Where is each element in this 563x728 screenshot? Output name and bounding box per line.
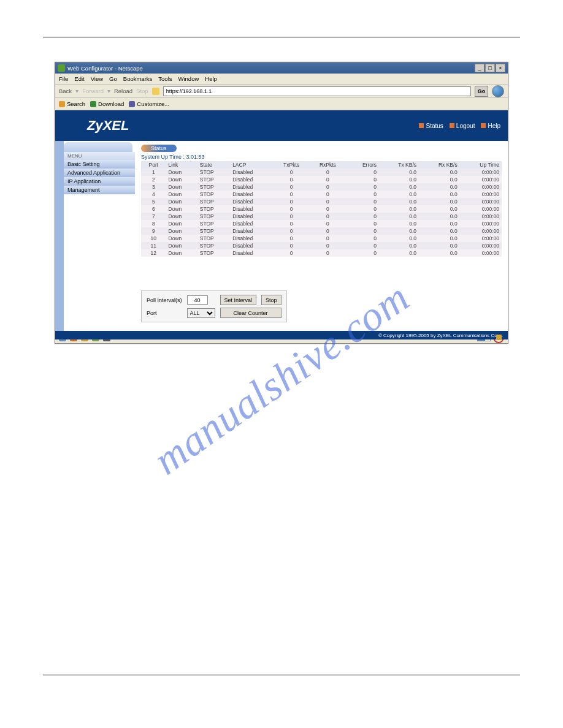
cell: 0:00:00 <box>460 198 502 205</box>
cell: STOP <box>197 213 230 220</box>
cell: STOP <box>197 176 230 183</box>
search-link[interactable]: Search <box>59 100 85 107</box>
cell: 0 <box>346 191 379 198</box>
cell: 0 <box>274 249 310 257</box>
cell: 0 <box>309 242 346 249</box>
cell: 0 <box>309 176 346 183</box>
set-interval-button[interactable]: Set Interval <box>220 295 257 305</box>
poll-controls: Poll Interval(s) Set Interval Stop Port … <box>141 290 287 322</box>
customize-link[interactable]: Customize... <box>129 100 169 107</box>
menu-bookmarks[interactable]: Bookmarks <box>123 75 153 82</box>
cell: Disabled <box>230 249 274 257</box>
cell: 2 <box>141 176 166 183</box>
page-bottom-rule <box>43 675 520 675</box>
personal-toolbar: Search Download Customize... <box>55 98 508 110</box>
cell: 0 <box>346 227 379 235</box>
search-icon <box>59 101 65 107</box>
cell: Disabled <box>230 220 274 227</box>
cell: 0 <box>274 220 310 227</box>
go-button[interactable]: Go <box>475 86 488 97</box>
cell: Down <box>166 169 197 176</box>
cell: 0 <box>346 242 379 249</box>
menu-view[interactable]: View <box>91 75 103 82</box>
menu-file[interactable]: File <box>59 75 68 82</box>
sidebar-item-management[interactable]: Management <box>64 186 135 194</box>
table-row[interactable]: 5DownSTOPDisabled0000.00.00:00:00 <box>141 198 502 205</box>
table-row[interactable]: 6DownSTOPDisabled0000.00.00:00:00 <box>141 205 502 213</box>
cell: 0 <box>346 183 379 191</box>
menu-tools[interactable]: Tools <box>158 75 172 82</box>
cell: 0 <box>309 220 346 227</box>
cell: Down <box>166 205 197 213</box>
cell: 0 <box>309 169 346 176</box>
sidebar-item-advanced-application[interactable]: Advanced Application <box>64 169 135 177</box>
status-link[interactable]: Status <box>419 123 443 129</box>
address-input[interactable]: https://192.168.1.1 <box>163 86 471 96</box>
table-row[interactable]: 3DownSTOPDisabled0000.00.00:00:00 <box>141 183 502 191</box>
table-row[interactable]: 11DownSTOPDisabled0000.00.00:00:00 <box>141 242 502 249</box>
maximize-button[interactable]: □ <box>485 64 495 72</box>
status-pill: Status <box>141 145 177 152</box>
clear-counter-button[interactable]: Clear Counter <box>220 308 282 318</box>
lock-icon <box>152 88 159 95</box>
help-link[interactable]: Help <box>481 123 500 129</box>
cell: 0 <box>274 169 310 176</box>
table-row[interactable]: 8DownSTOPDisabled0000.00.00:00:00 <box>141 220 502 227</box>
cell: 0.0 <box>419 242 460 249</box>
menu-help[interactable]: Help <box>205 75 217 82</box>
table-row[interactable]: 2DownSTOPDisabled0000.00.00:00:00 <box>141 176 502 183</box>
cell: 0.0 <box>379 242 419 249</box>
close-button[interactable]: × <box>496 64 505 72</box>
forward-button[interactable]: Forward <box>82 88 104 94</box>
cell: 0:00:00 <box>460 227 502 235</box>
sidebar-item-basic-setting[interactable]: Basic Setting <box>64 160 135 169</box>
port-status-table: PortLinkStateLACPTxPktsRxPktsErrorsTx KB… <box>141 161 502 257</box>
table-row[interactable]: 9DownSTOPDisabled0000.00.00:00:00 <box>141 227 502 235</box>
stop-poll-button[interactable]: Stop <box>261 295 282 305</box>
cell: Disabled <box>230 198 274 205</box>
cell: Disabled <box>230 235 274 242</box>
app-footer: © Copyright 1995-2005 by ZyXEL Communica… <box>55 331 508 339</box>
cell: 0.0 <box>419 235 460 242</box>
cell: 0:00:00 <box>460 235 502 242</box>
cell: 0 <box>274 213 310 220</box>
page-content: ZyXEL Status Logout Help MENU Basic Sett… <box>55 110 508 331</box>
poll-interval-input[interactable] <box>187 295 208 305</box>
menu-edit[interactable]: Edit <box>74 75 84 82</box>
cell: 0 <box>346 198 379 205</box>
cell: Disabled <box>230 213 274 220</box>
menu-window[interactable]: Window <box>178 75 199 82</box>
table-row[interactable]: 7DownSTOPDisabled0000.00.00:00:00 <box>141 213 502 220</box>
port-select-label: Port <box>147 310 182 316</box>
cell: Down <box>166 227 197 235</box>
cell: 0.0 <box>379 198 419 205</box>
table-row[interactable]: 12DownSTOPDisabled0000.00.00:00:00 <box>141 249 502 257</box>
col-header: TxPkts <box>274 161 310 169</box>
cell: 1 <box>141 169 166 176</box>
menu-go[interactable]: Go <box>109 75 117 82</box>
cell: Disabled <box>230 227 274 235</box>
cell: 0 <box>309 205 346 213</box>
cell: 10 <box>141 235 166 242</box>
sidebar-vertical-tab <box>55 141 64 331</box>
download-link[interactable]: Download <box>90 100 124 107</box>
minimize-button[interactable]: _ <box>475 64 484 72</box>
reload-button[interactable]: Reload <box>114 88 132 94</box>
cell: 0:00:00 <box>460 205 502 213</box>
logout-link[interactable]: Logout <box>450 123 475 129</box>
cell: Down <box>166 176 197 183</box>
col-header: Errors <box>346 161 379 169</box>
table-row[interactable]: 4DownSTOPDisabled0000.00.00:00:00 <box>141 191 502 198</box>
table-row[interactable]: 10DownSTOPDisabled0000.00.00:00:00 <box>141 235 502 242</box>
table-row[interactable]: 1DownSTOPDisabled0000.00.00:00:00 <box>141 169 502 176</box>
cell: 0.0 <box>379 191 419 198</box>
cell: 0 <box>346 249 379 257</box>
cell: 12 <box>141 249 166 257</box>
sidebar-item-ip-application[interactable]: IP Application <box>64 177 135 186</box>
back-button[interactable]: Back <box>59 88 72 94</box>
port-select[interactable]: ALL <box>187 308 215 318</box>
netscape-throbber-icon <box>492 85 504 97</box>
cell: 0 <box>274 235 310 242</box>
stop-button[interactable]: Stop <box>136 88 148 94</box>
cell: 0.0 <box>419 227 460 235</box>
